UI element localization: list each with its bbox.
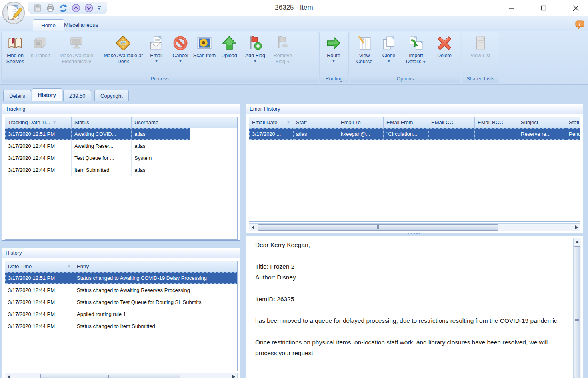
email-icon [149, 35, 164, 52]
print-button[interactable] [45, 3, 56, 13]
tracking-grid-header: Tracking Date Ti...▼ Status Username [5, 117, 237, 128]
splitter-handle[interactable] [408, 233, 420, 234]
email-body-text: Dear Kerry Keegan, Title: Frozen 2 Autho… [255, 239, 564, 358]
scroll-right-arrow[interactable] [573, 224, 580, 231]
email-history-panel: Email History Email Date▼ Staff Email To… [246, 104, 583, 233]
ribbon-tab-strip: Home Miscellaneous i [0, 16, 588, 31]
dropdown-arrow-icon: ▼ [422, 60, 426, 64]
print-icon [46, 4, 54, 12]
email-paragraph [255, 304, 564, 315]
history-grid-empty-space [5, 332, 237, 371]
email-paragraph: Title: Frozen 2 [255, 261, 564, 272]
column-header-email-cc[interactable]: EMail CC [428, 117, 475, 128]
refresh-button[interactable] [58, 3, 68, 13]
ribbon-group-process: Find on Shelves In Transit Make Availabl… [1, 32, 318, 83]
group-label-shared-lists: Shared Lists [462, 75, 499, 83]
scroll-up-arrow[interactable] [574, 238, 581, 245]
view-course-button[interactable]: View Course [351, 34, 378, 75]
history-row[interactable]: 3/17/2020 12:44 PM Status changed to Tes… [5, 296, 237, 308]
cancel-icon [172, 35, 188, 52]
history-row[interactable]: 3/17/2020 12:51 PM Status changed to Awa… [5, 272, 237, 284]
tab-copyright[interactable]: Copyright [94, 90, 129, 101]
import-details-button[interactable]: Import Details▼ [400, 34, 432, 75]
maximize-icon [541, 5, 546, 11]
tracking-panel: Tracking Tracking Date Ti...▼ Status Use… [2, 104, 240, 241]
customize-quick-access-button[interactable] [96, 3, 102, 13]
move-down-icon [84, 4, 93, 12]
move-down-button[interactable] [84, 3, 94, 13]
gray-document-icon [473, 35, 488, 52]
history-horizontal-scrollbar[interactable] [5, 373, 238, 378]
quick-access-toolbar [28, 2, 107, 14]
close-button[interactable] [566, 2, 585, 14]
upload-button[interactable]: Upload [216, 34, 242, 75]
column-header-status[interactable]: Status [72, 117, 132, 128]
column-header-subject[interactable]: Subject [518, 117, 566, 128]
column-header-staff[interactable]: Staff [293, 117, 338, 128]
left-arrow-icon [252, 225, 254, 229]
left-arrow-icon [8, 375, 10, 378]
dropdown-arrow-icon: ▼ [155, 60, 158, 63]
column-header-email-from[interactable]: EMail From [384, 117, 428, 128]
open-book-icon [8, 35, 23, 52]
application-icon[interactable] [2, 1, 26, 25]
document-tab-strip: Details History Z39.50 Copyright [0, 88, 588, 101]
column-header-date-time[interactable]: Date Time▼ [5, 261, 74, 272]
scan-item-button[interactable]: Scan Item [193, 34, 216, 75]
column-header-email-bcc[interactable]: EMail BCC [475, 117, 518, 128]
column-header-email-date[interactable]: Email Date▼ [249, 117, 293, 128]
maximize-button[interactable] [534, 2, 553, 14]
gold-diamond-icon [115, 35, 131, 52]
column-header-empty [190, 117, 237, 128]
move-up-button[interactable] [71, 3, 81, 13]
email-history-row[interactable]: 3/17/2020 ... atlas kkeegan@... "Circula… [249, 128, 580, 140]
remove-flag-button: Remove Flag▼ [268, 34, 298, 75]
minimize-button[interactable] [502, 2, 521, 14]
scroll-left-arrow[interactable] [249, 224, 256, 231]
column-header-username[interactable]: Username [132, 117, 190, 128]
tab-details[interactable]: Details [3, 90, 31, 101]
history-grid-header: Date Time▼ Entry [5, 261, 237, 272]
email-history-horizontal-scrollbar[interactable] [249, 223, 580, 231]
make-available-at-desk-button[interactable]: Make Available at Desk [102, 34, 145, 75]
cancel-button[interactable]: Cancel ▼ [168, 34, 193, 75]
column-header-entry[interactable]: Entry [74, 261, 237, 272]
email-paragraph: Once restrictions on physical items, on-… [255, 337, 564, 358]
red-x-icon [436, 35, 452, 52]
scrollbar-thumb[interactable] [574, 246, 580, 378]
history-row[interactable]: 3/17/2020 12:44 PM Status changed to Awa… [5, 284, 237, 296]
scrollbar-thumb[interactable] [40, 374, 180, 378]
add-flag-button[interactable]: Add Flag ▼ [242, 34, 268, 75]
thumb-grip [108, 375, 112, 378]
view-list-button: View List [464, 34, 497, 75]
find-on-shelves-button[interactable]: Find on Shelves [2, 34, 28, 75]
column-header-email-to[interactable]: Email To [338, 117, 384, 128]
help-info-button[interactable]: i [575, 20, 585, 29]
minimize-icon [509, 5, 514, 11]
route-button[interactable]: Route ▼ [320, 34, 347, 75]
info-balloon-icon: i [575, 20, 585, 29]
email-button[interactable]: Email ▼ [145, 34, 168, 75]
tracking-row[interactable]: 3/17/2020 12:51 PM Awaiting COVID... atl… [5, 128, 237, 140]
tab-z3950[interactable]: Z39.50 [63, 90, 91, 101]
tracking-row[interactable]: 3/17/2020 12:44 PM Test Queue for ... Sy… [5, 152, 237, 164]
clone-button[interactable]: Clone ▼ [378, 34, 400, 75]
scroll-right-arrow[interactable] [230, 373, 237, 378]
scroll-left-arrow[interactable] [5, 373, 12, 378]
delete-button[interactable]: Delete [432, 34, 457, 75]
tab-history[interactable]: History [32, 88, 62, 101]
ribbon-tab-miscellaneous[interactable]: Miscellaneous [56, 19, 106, 31]
email-preview-vertical-scrollbar[interactable] [573, 238, 581, 378]
column-header-tracking-date[interactable]: Tracking Date Ti...▼ [5, 117, 72, 128]
scrollbar-thumb[interactable] [258, 224, 498, 231]
customize-quick-access-icon [97, 5, 102, 11]
history-row[interactable]: 3/17/2020 12:44 PM Status changed to Ite… [5, 320, 237, 332]
photo-icon [196, 35, 212, 52]
history-row[interactable]: 3/17/2020 12:44 PM Applied routing rule … [5, 308, 237, 320]
column-header-status[interactable]: Status [566, 117, 580, 128]
right-arrow-icon [575, 225, 578, 229]
email-history-grid: Email Date▼ Staff Email To EMail From EM… [249, 117, 580, 222]
tracking-row[interactable]: 3/17/2020 12:44 PM Item Submitted atlas [5, 164, 237, 176]
tracking-row[interactable]: 3/17/2020 12:44 PM Awaiting Reser... atl… [5, 140, 237, 152]
in-transit-button: In Transit [28, 34, 51, 75]
